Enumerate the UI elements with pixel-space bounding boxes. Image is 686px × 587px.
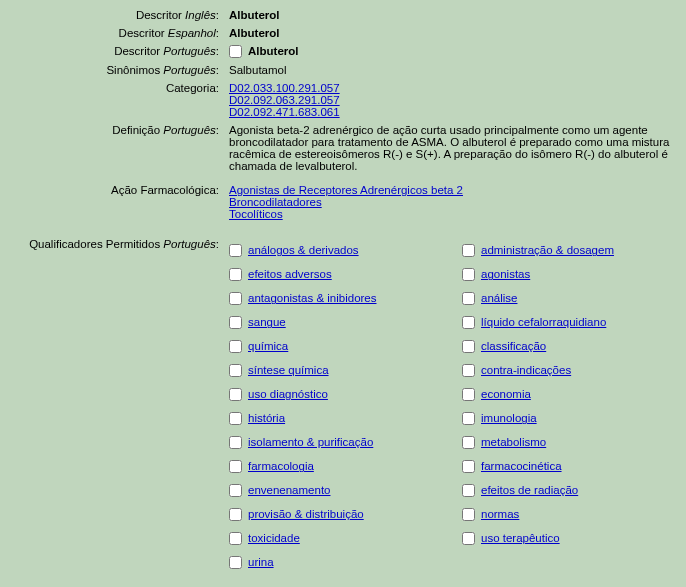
qualifier-link[interactable]: antagonistas & inibidores [248,292,377,304]
qualifier-checkbox[interactable] [229,244,242,257]
qualifier-checkbox[interactable] [462,340,475,353]
qualifier-link[interactable]: envenenamento [248,484,330,496]
category-link[interactable]: D02.092.063.291.057 [229,94,680,106]
label-syn-pt: Sinônimos Português: [0,61,225,79]
qualifier-link[interactable]: urina [248,556,274,568]
label-definition: Definição Português: [0,121,225,175]
qualifier-checkbox[interactable] [462,436,475,449]
qualifier-checkbox[interactable] [462,244,475,257]
value-qualifiers: análogos & derivadosefeitos adversosanta… [225,235,686,577]
qualifier-item: uso diagnóstico [229,382,444,406]
qualifier-item: síntese química [229,358,444,382]
qualifier-checkbox[interactable] [229,292,242,305]
qualifier-checkbox[interactable] [462,412,475,425]
row-desc-es: Descritor Espanhol: Albuterol [0,24,686,42]
qualifier-item: economia [462,382,614,406]
qualifier-link[interactable]: análise [481,292,517,304]
qualifier-item: envenenamento [229,478,444,502]
qualifier-checkbox[interactable] [462,316,475,329]
qualifier-link[interactable]: isolamento & purificação [248,436,373,448]
qualifier-item: normas [462,502,614,526]
value-desc-es: Albuterol [225,24,686,42]
qualifier-checkbox[interactable] [462,268,475,281]
qualifier-checkbox[interactable] [229,508,242,521]
qualifier-item: análogos & derivados [229,238,444,262]
qualifier-item: efeitos adversos [229,262,444,286]
qualifier-checkbox[interactable] [229,364,242,377]
qualifier-link[interactable]: farmacologia [248,460,314,472]
qualifier-checkbox[interactable] [229,532,242,545]
value-desc-en: Albuterol [225,6,686,24]
desc-pt-checkbox[interactable] [229,45,242,58]
label-category: Categoria: [0,79,225,121]
qualifier-link[interactable]: agonistas [481,268,530,280]
qualifier-item: farmacologia [229,454,444,478]
qualifier-link[interactable]: história [248,412,285,424]
qualifier-link[interactable]: normas [481,508,519,520]
qualifier-checkbox[interactable] [462,508,475,521]
qualifier-link[interactable]: líquido cefalorraquidiano [481,316,606,328]
qualifier-checkbox[interactable] [462,484,475,497]
label-desc-pt: Descritor Português: [0,42,225,61]
qualifier-checkbox[interactable] [462,460,475,473]
qualifier-link[interactable]: contra-indicações [481,364,571,376]
qualifier-link[interactable]: síntese química [248,364,329,376]
row-pharm-action: Ação Farmacológica: Agonistas de Recepto… [0,181,686,223]
row-desc-pt: Descritor Português: Albuterol [0,42,686,61]
qualifier-checkbox[interactable] [462,292,475,305]
qualifier-item: sangue [229,310,444,334]
qualifier-checkbox[interactable] [229,436,242,449]
pharm-action-link[interactable]: Tocolíticos [229,208,680,220]
qualifier-item: farmacocinética [462,454,614,478]
qualifier-checkbox[interactable] [229,412,242,425]
qualifier-item: urina [229,550,444,574]
qualifier-link[interactable]: sangue [248,316,286,328]
descriptor-page: Descritor Inglês: Albuterol Descritor Es… [0,0,686,577]
value-definition: Agonista beta-2 adrenérgico de ação curt… [225,121,686,175]
pharm-action-link[interactable]: Broncodilatadores [229,196,680,208]
row-definition: Definição Português: Agonista beta-2 adr… [0,121,686,175]
qualifier-checkbox[interactable] [229,460,242,473]
qualifier-link[interactable]: metabolismo [481,436,546,448]
label-desc-en: Descritor Inglês: [0,6,225,24]
label-qualifiers: Qualificadores Permitidos Português: [0,235,225,577]
qualifier-link[interactable]: análogos & derivados [248,244,359,256]
qualifier-item: uso terapêutico [462,526,614,550]
qualifier-checkbox[interactable] [229,484,242,497]
qualifier-link[interactable]: economia [481,388,531,400]
qualifier-checkbox[interactable] [462,532,475,545]
qualifier-checkbox[interactable] [229,316,242,329]
qualifier-checkbox[interactable] [229,388,242,401]
qualifier-checkbox[interactable] [229,340,242,353]
qualifier-item: análise [462,286,614,310]
qualifier-link[interactable]: administração & dosagem [481,244,614,256]
qualifier-link[interactable]: efeitos adversos [248,268,332,280]
category-link[interactable]: D02.092.471.683.061 [229,106,680,118]
qualifier-checkbox[interactable] [229,268,242,281]
qualifier-link[interactable]: farmacocinética [481,460,562,472]
value-category: D02.033.100.291.057D02.092.063.291.057D0… [225,79,686,121]
qualifier-link[interactable]: imunologia [481,412,537,424]
label-pharm-action: Ação Farmacológica: [0,181,225,223]
qualifier-link[interactable]: provisão & distribuição [248,508,364,520]
qualifier-item: história [229,406,444,430]
category-link[interactable]: D02.033.100.291.057 [229,82,680,94]
descriptor-table: Descritor Inglês: Albuterol Descritor Es… [0,6,686,577]
qualifier-item: isolamento & purificação [229,430,444,454]
qualifier-link[interactable]: toxicidade [248,532,300,544]
qualifier-checkbox[interactable] [229,556,242,569]
value-syn-pt: Salbutamol [225,61,686,79]
qualifier-checkbox[interactable] [462,364,475,377]
qualifier-link[interactable]: classificação [481,340,546,352]
row-qualifiers: Qualificadores Permitidos Português: aná… [0,235,686,577]
pharm-action-link[interactable]: Agonistas de Receptores Adrenérgicos bet… [229,184,680,196]
qualifier-item: líquido cefalorraquidiano [462,310,614,334]
value-desc-pt: Albuterol [225,42,686,61]
qualifier-checkbox[interactable] [462,388,475,401]
qualifier-link[interactable]: uso terapêutico [481,532,560,544]
qualifier-item: administração & dosagem [462,238,614,262]
qualifier-link[interactable]: uso diagnóstico [248,388,328,400]
qualifier-item: efeitos de radiação [462,478,614,502]
qualifier-link[interactable]: efeitos de radiação [481,484,578,496]
qualifier-link[interactable]: química [248,340,288,352]
